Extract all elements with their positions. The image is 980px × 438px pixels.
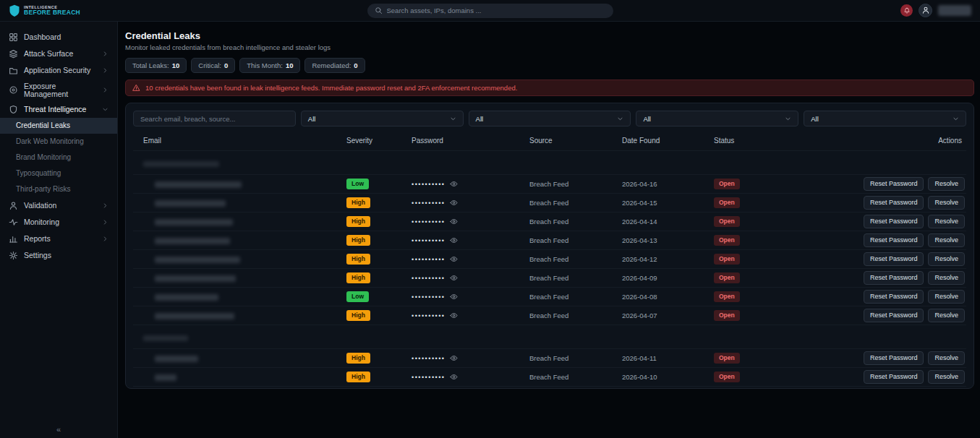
actions-cell: Reset PasswordResolve	[829, 252, 966, 266]
password-cell: ••••••••••	[412, 354, 529, 362]
eye-icon[interactable]	[450, 199, 458, 207]
filter-dropdown-4[interactable]: All	[804, 111, 966, 126]
actions-cell: Reset PasswordResolve	[829, 215, 966, 228]
sidebar-nav: DashboardAttack SurfaceApplication Secur…	[0, 29, 117, 264]
eye-icon[interactable]	[450, 274, 458, 282]
threat-intel-icon	[9, 105, 18, 114]
eye-icon[interactable]	[450, 312, 458, 319]
status-cell: Open	[714, 310, 829, 320]
eye-icon[interactable]	[450, 293, 458, 301]
topbar: INTELLIGENCE BEFORE BREACH	[0, 0, 980, 22]
reset-password-button[interactable]: Reset Password	[864, 290, 924, 304]
eye-icon[interactable]	[450, 373, 458, 381]
resolve-button[interactable]: Resolve	[928, 271, 965, 285]
filter-dropdown-1[interactable]: All	[301, 111, 464, 126]
main-content: Credential Leaks Monitor leaked credenti…	[118, 22, 980, 438]
date-found-cell: 2026-04-07	[622, 312, 714, 319]
alert-banner: 10 credentials have been found in leak i…	[125, 80, 974, 96]
stat-chip-remediated: Remediated:0	[304, 58, 365, 73]
eye-icon[interactable]	[450, 180, 458, 188]
date-found-cell: 2026-04-14	[622, 218, 714, 226]
resolve-button[interactable]: Resolve	[928, 177, 965, 191]
global-search[interactable]	[367, 4, 613, 18]
sidebar-item-settings[interactable]: Settings	[0, 247, 117, 264]
eye-icon[interactable]	[450, 218, 458, 226]
chevron-right-icon	[102, 219, 108, 226]
date-found-cell: 2026-04-13	[622, 236, 714, 244]
resolve-button[interactable]: Resolve	[928, 196, 965, 210]
resolve-button[interactable]: Resolve	[928, 290, 965, 304]
resolve-button[interactable]: Resolve	[928, 233, 965, 247]
notifications-button[interactable]	[900, 4, 913, 17]
sidebar-subitem-credential-leaks[interactable]: Credential Leaks	[0, 118, 117, 134]
sidebar-item-monitoring[interactable]: Monitoring	[0, 214, 117, 231]
date-found-cell: 2026-04-10	[622, 373, 714, 381]
dashboard-icon	[9, 33, 18, 42]
resolve-button[interactable]: Resolve	[928, 309, 965, 322]
email-cell	[133, 274, 346, 282]
reset-password-button[interactable]: Reset Password	[864, 177, 924, 191]
reset-password-button[interactable]: Reset Password	[864, 233, 924, 247]
eye-icon[interactable]	[450, 354, 458, 362]
sidebar-item-label: Attack Surface	[24, 50, 96, 58]
sidebar-subitem-dark-web-monitoring[interactable]: Dark Web Monitoring	[0, 134, 117, 150]
severity-cell: High	[346, 197, 412, 207]
status-badge: Open	[714, 216, 740, 226]
stat-value: 10	[172, 61, 180, 69]
username-redacted	[938, 5, 971, 16]
filter-dropdown-2[interactable]: All	[469, 111, 631, 126]
email-cell	[133, 180, 346, 188]
reset-password-button[interactable]: Reset Password	[864, 215, 924, 228]
reset-password-button[interactable]: Reset Password	[864, 309, 924, 322]
table-row: High••••••••••Breach Feed2026-04-11OpenR…	[133, 349, 966, 368]
date-found-cell: 2026-04-11	[622, 354, 714, 362]
sidebar-item-validation[interactable]: Validation	[0, 197, 117, 214]
reports-icon	[9, 234, 18, 244]
status-badge: Open	[714, 272, 740, 283]
filter-dropdown-value: All	[643, 115, 651, 123]
app-security-icon	[9, 66, 18, 75]
group-label-redacted	[143, 335, 188, 341]
sidebar-item-label: Threat Intelligence	[24, 106, 96, 113]
status-badge: Open	[714, 235, 740, 245]
email-redacted	[155, 181, 242, 188]
stat-value: 0	[354, 61, 357, 69]
reset-password-button[interactable]: Reset Password	[864, 351, 924, 365]
sidebar-subitem-typosquatting[interactable]: Typosquatting	[0, 166, 117, 181]
table-search-input[interactable]	[133, 111, 296, 126]
resolve-button[interactable]: Resolve	[928, 351, 965, 365]
filter-dropdown-3[interactable]: All	[636, 111, 798, 126]
source-cell: Breach Feed	[529, 354, 622, 362]
sidebar-item-reports[interactable]: Reports	[0, 231, 117, 247]
sidebar-item-dashboard[interactable]: Dashboard	[0, 29, 117, 46]
email-redacted	[155, 257, 240, 263]
reset-password-button[interactable]: Reset Password	[864, 196, 924, 210]
source-cell: Breach Feed	[529, 373, 622, 381]
eye-icon[interactable]	[450, 236, 458, 244]
password-cell: ••••••••••	[412, 218, 529, 226]
resolve-button[interactable]: Resolve	[928, 215, 965, 228]
sidebar-subitem-brand-monitoring[interactable]: Brand Monitoring	[0, 150, 117, 166]
logo[interactable]: INTELLIGENCE BEFORE BREACH	[9, 4, 80, 17]
reset-password-button[interactable]: Reset Password	[864, 370, 924, 384]
table-row: High••••••••••Breach Feed2026-04-10OpenR…	[133, 368, 966, 387]
resolve-button[interactable]: Resolve	[928, 252, 965, 266]
source-cell: Breach Feed	[529, 274, 622, 282]
global-search-input[interactable]	[387, 7, 606, 14]
user-avatar[interactable]	[919, 4, 932, 17]
sidebar: DashboardAttack SurfaceApplication Secur…	[0, 22, 118, 438]
resolve-button[interactable]: Resolve	[928, 370, 965, 384]
sidebar-item-threat-intelligence[interactable]: Threat Intelligence	[0, 101, 117, 118]
sidebar-item-attack-surface[interactable]: Attack Surface	[0, 46, 117, 62]
password-cell: ••••••••••	[412, 199, 529, 207]
eye-icon[interactable]	[450, 255, 458, 263]
source-cell: Breach Feed	[529, 255, 622, 263]
reset-password-button[interactable]: Reset Password	[864, 252, 924, 266]
sidebar-item-application-security[interactable]: Application Security	[0, 62, 117, 79]
sidebar-item-exposure-management[interactable]: Exposure Management	[0, 79, 117, 101]
sidebar-collapse-button[interactable]: «	[56, 425, 61, 434]
reset-password-button[interactable]: Reset Password	[864, 271, 924, 285]
sidebar-subitem-third-party-risks[interactable]: Third-party Risks	[0, 181, 117, 197]
source-cell: Breach Feed	[529, 180, 622, 188]
email-cell	[133, 354, 346, 362]
